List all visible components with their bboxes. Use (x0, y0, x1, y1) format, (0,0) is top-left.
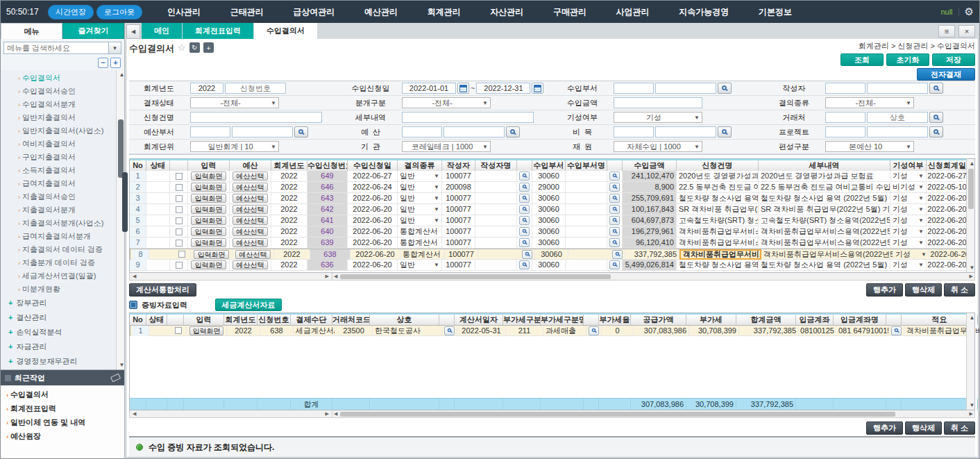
sidebar-item[interactable]: ›지출결의서분개 (1, 203, 115, 217)
recent-item[interactable]: ›회계전표입력 (1, 401, 116, 415)
nav-budget[interactable]: 예산관리 (364, 6, 398, 18)
tab-voucher-entry[interactable]: 회계전표입력 (183, 23, 253, 39)
grid1-budget-select-button[interactable]: 예산선택 (233, 238, 268, 247)
sidebar-item[interactable]: ›미분개현황 (1, 283, 115, 296)
save-button[interactable]: 저장 (932, 53, 975, 66)
grid1-row[interactable]: 8입력화면예산선택20226382022-06-20통합계산서▼10007730… (130, 249, 974, 260)
nav-business[interactable]: 사업관리 (616, 6, 650, 18)
scroll-up-icon[interactable]: ▲ (970, 159, 975, 168)
search-icon[interactable] (444, 326, 455, 335)
budget-type-select[interactable]: 본예산 10▼ (825, 141, 914, 152)
scroll-up-icon[interactable]: ▲ (970, 313, 975, 322)
writer-name-field[interactable] (867, 83, 928, 94)
budget-name-field[interactable] (443, 126, 505, 137)
search-icon[interactable] (609, 183, 620, 192)
grid1-input-screen-button[interactable]: 입력화면 (191, 183, 226, 192)
grid2-vscrollbar[interactable]: ▲▼ (966, 313, 974, 410)
search-icon[interactable] (609, 172, 620, 181)
vendor-name-field[interactable] (867, 112, 928, 123)
row-checkbox[interactable] (176, 228, 183, 235)
menu-search-input[interactable] (3, 42, 109, 54)
delete-row-button[interactable]: 행삭제 (905, 283, 942, 297)
invoice-merge-button[interactable]: 계산서통합처리 (129, 283, 196, 297)
search-icon[interactable] (519, 183, 530, 192)
tax-invoice-button[interactable]: 세금계산서자료 (215, 299, 282, 311)
scroll-down-icon[interactable]: ▼ (119, 360, 124, 369)
sidebar-group[interactable]: +경영정보재무관리 (1, 354, 115, 369)
grid1-cell-completion[interactable]: 기성▼ (890, 237, 927, 248)
grid1-cell-completion[interactable]: 기성▼ (893, 249, 929, 260)
sidebar-group[interactable]: +결산관리 (1, 310, 115, 325)
scrollbar-thumb[interactable] (968, 169, 974, 209)
new-window-icon[interactable]: ＋ (203, 42, 214, 53)
sidebar-item[interactable]: ›지출결의서분개(사업소) (1, 217, 115, 230)
grid1-budget-select-button[interactable]: 예산선택 (233, 172, 268, 181)
search-icon[interactable] (522, 250, 532, 259)
row-checkbox[interactable] (176, 173, 183, 180)
search-icon[interactable] (294, 126, 308, 137)
fiscal-year-field[interactable] (190, 83, 223, 94)
scroll-up-icon[interactable]: ▲ (119, 70, 124, 79)
collapse-all-button[interactable]: − (98, 58, 108, 68)
sidebar-item[interactable]: ›수입결의서분개 (1, 98, 115, 111)
grid1-budget-select-button[interactable]: 예산선택 (233, 205, 268, 214)
calendar-icon[interactable] (457, 83, 469, 94)
search-icon[interactable] (519, 216, 530, 225)
grid1-input-screen-button[interactable]: 입력화면 (191, 194, 226, 203)
writer-code-field[interactable] (825, 83, 865, 94)
search-icon[interactable] (609, 227, 620, 236)
expand-all-button[interactable]: + (110, 58, 121, 68)
budget-dept-code-field[interactable] (190, 126, 230, 137)
nav-sustainability[interactable]: 지속가능경영 (679, 6, 729, 18)
grid1-cell-decision[interactable]: 일반▼ (398, 182, 442, 192)
sidebar-group[interactable]: +장부관리 (1, 296, 115, 310)
grid1-row[interactable]: 5입력화면예산선택20226412022-06-20일반▼10007730060… (130, 215, 974, 226)
sidebar-tab-favorites[interactable]: 즐겨찾기 (62, 23, 124, 39)
search-icon[interactable] (609, 260, 620, 269)
grid1-input-screen-button[interactable]: 입력화면 (191, 216, 226, 225)
grid1-hscrollbar[interactable]: ◀▶ ◀▶ (129, 273, 975, 281)
search-icon[interactable] (929, 126, 943, 137)
grid1-input-screen-button[interactable]: 입력화면 (191, 238, 226, 247)
search-button[interactable]: 조회 (840, 53, 884, 66)
nav-assets[interactable]: 자산관리 (490, 6, 523, 18)
grid1-cell-decision[interactable]: 일반▼ (398, 204, 442, 215)
grid1-input-screen-button[interactable]: 입력화면 (191, 205, 226, 214)
grid1-row[interactable]: 6입력화면예산선택20226402022-06-20통합계산서▼10007730… (130, 226, 974, 237)
row-checkbox[interactable] (176, 217, 183, 224)
sidebar-item[interactable]: ›지출결의서승인 (1, 190, 115, 203)
grid2-input-screen-button[interactable]: 입력화면 (189, 326, 223, 335)
search-icon[interactable] (519, 194, 530, 203)
search-icon[interactable] (589, 326, 599, 335)
nav-hr[interactable]: 인사관리 (167, 6, 201, 18)
grid1-cell-completion[interactable]: 기성▼ (890, 215, 927, 226)
search-icon[interactable] (519, 227, 530, 236)
completion-select[interactable]: 기성▼ (614, 112, 702, 123)
sidebar-group[interactable]: +손익실적분석 (1, 325, 115, 340)
nav-attendance[interactable]: 근태관리 (230, 6, 264, 18)
cancel-button[interactable]: 취 소 (944, 283, 975, 297)
tab-scroll-left-icon[interactable]: ◀ (126, 24, 140, 39)
sidebar-item[interactable]: ›수입결의서 (1, 72, 115, 85)
grid1-cell-completion[interactable]: 기성▼ (890, 226, 927, 237)
sidebar-item[interactable]: ›구입지출결의서 (1, 151, 115, 164)
fund-select[interactable]: 자체수입 | 1000▼ (614, 141, 702, 152)
recent-item[interactable]: ›예산원장 (1, 429, 116, 443)
budget-dept-name-field[interactable] (232, 126, 293, 137)
grid1-input-screen-button[interactable]: 입력화면 (191, 227, 226, 236)
grid1-input-screen-button[interactable]: 입력화면 (191, 260, 226, 269)
add-row-button-2[interactable]: 행추가 (866, 422, 903, 435)
grid1-budget-select-button[interactable]: 예산선택 (233, 183, 268, 192)
sidebar-group[interactable]: +부가세자료관리 (1, 369, 115, 369)
grid1-row[interactable]: 9입력화면예산선택20226362022-06-20일반▼10007730060… (130, 260, 974, 271)
row-checkbox[interactable] (176, 184, 183, 191)
expense-item-name-field[interactable] (655, 126, 716, 137)
search-icon[interactable] (519, 260, 530, 269)
sidebar-item[interactable]: ›일반지출결의서(사업소) (1, 124, 115, 137)
scroll-down-icon[interactable]: ▼ (970, 263, 975, 272)
sidebar-tab-menu[interactable]: 메뉴 (1, 23, 62, 39)
grid1-budget-select-button[interactable]: 예산선택 (233, 260, 268, 269)
grid1-cell-completion[interactable]: 비기성▼ (890, 182, 927, 192)
nav-payroll[interactable]: 급상여관리 (293, 6, 335, 18)
logout-button[interactable]: 로그아웃 (96, 5, 142, 19)
